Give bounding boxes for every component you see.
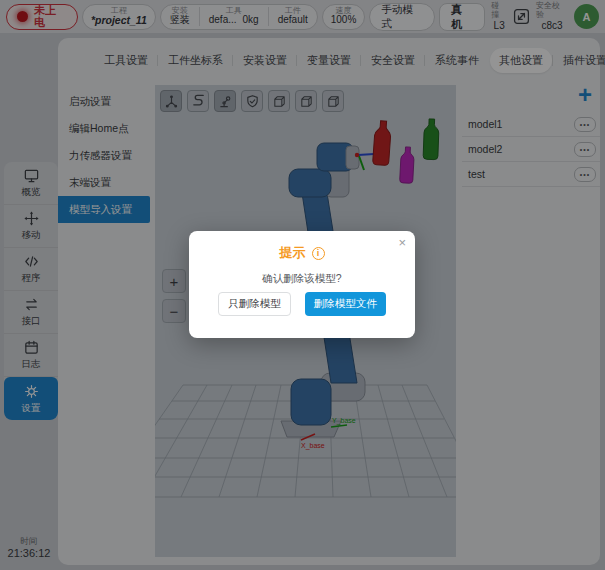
dialog-title-row: 提示 i <box>189 244 415 262</box>
info-icon: i <box>312 247 325 260</box>
dialog-message: 确认删除该模型? <box>189 272 415 286</box>
delete-model-only-button[interactable]: 只删除模型 <box>218 292 291 316</box>
delete-model-file-button[interactable]: 删除模型文件 <box>305 292 386 316</box>
delete-confirm-dialog: × 提示 i 确认删除该模型? 只删除模型 删除模型文件 <box>189 231 415 338</box>
dialog-buttons: 只删除模型 删除模型文件 <box>189 292 415 316</box>
app-window: 未上电 工程 *project_11 安装 竖装 工具 defa... 0kg … <box>0 0 605 570</box>
dialog-title: 提示 <box>280 244 306 262</box>
